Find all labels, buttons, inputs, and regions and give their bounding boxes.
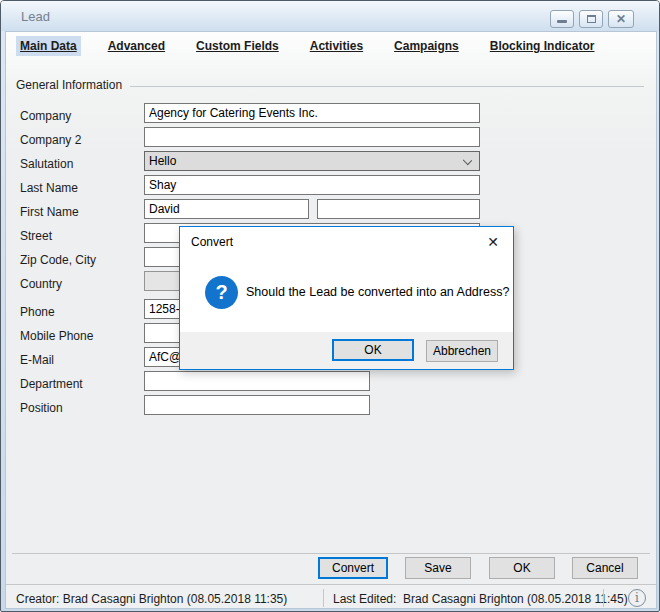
lead-window: Lead ✕ Main Data Advanced Custom Fields … (0, 0, 660, 612)
last-name-label: Last Name (20, 178, 140, 198)
tab-activities[interactable]: Activities (306, 36, 367, 56)
titlebar: Lead ✕ (1, 1, 659, 31)
status-divider (603, 589, 604, 607)
convert-button[interactable]: Convert (318, 557, 388, 579)
company-label: Company (20, 106, 140, 126)
last-edited-status: Last Edited: Brad Casagni Brighton (08.0… (333, 592, 628, 606)
creator-status: Creator: Brad Casagni Brighton (08.05.20… (16, 592, 287, 606)
last-name-input[interactable] (144, 175, 480, 195)
department-input[interactable] (144, 371, 370, 391)
save-button[interactable]: Save (405, 557, 471, 579)
close-icon: ✕ (616, 13, 626, 25)
department-label: Department (20, 374, 140, 394)
tab-advanced[interactable]: Advanced (104, 36, 169, 56)
dialog-message: Should the Lead be converted into an Add… (246, 285, 509, 299)
first-name-label: First Name (20, 202, 140, 222)
ok-button[interactable]: OK (489, 557, 555, 579)
position-label: Position (20, 398, 140, 418)
tab-custom-fields[interactable]: Custom Fields (192, 36, 283, 56)
tab-campaigns[interactable]: Campaigns (390, 36, 463, 56)
zip-city-label: Zip Code, City (20, 250, 140, 270)
minimize-icon (557, 20, 567, 23)
minimize-button[interactable] (550, 10, 574, 28)
tab-strip: Main Data Advanced Custom Fields Activit… (16, 36, 598, 56)
chevron-down-icon (463, 156, 472, 165)
country-label: Country (20, 274, 140, 294)
salutation-label: Salutation (20, 154, 140, 174)
close-button[interactable]: ✕ (608, 10, 634, 28)
window-title: Lead (21, 9, 50, 24)
group-divider (130, 86, 644, 87)
company2-label: Company 2 (20, 130, 140, 150)
email-label: E-Mail (20, 350, 140, 370)
salutation-value: Hello (149, 154, 176, 168)
group-title: General Information (16, 78, 122, 92)
tab-blocking-indicator[interactable]: Blocking Indicator (486, 36, 599, 56)
mobile-phone-label: Mobile Phone (20, 326, 140, 346)
first-name-input[interactable] (144, 199, 309, 219)
salutation-select[interactable]: Hello (144, 151, 480, 171)
maximize-icon (587, 15, 596, 23)
cancel-button[interactable]: Cancel (572, 557, 638, 579)
question-icon: ? (205, 276, 238, 309)
position-input[interactable] (144, 395, 370, 415)
street-label: Street (20, 226, 140, 246)
convert-dialog: Convert ✕ ? Should the Lead be converted… (179, 226, 514, 370)
footer-divider (12, 553, 650, 554)
company2-input[interactable] (144, 127, 480, 147)
status-divider (323, 589, 324, 607)
info-icon[interactable]: i (628, 589, 646, 607)
status-bar: Creator: Brad Casagni Brighton (08.05.20… (6, 584, 656, 608)
dialog-cancel-button[interactable]: Abbrechen (426, 340, 498, 362)
phone-label: Phone (20, 302, 140, 322)
company-input[interactable] (144, 103, 480, 123)
tab-main-data[interactable]: Main Data (16, 36, 81, 56)
middle-name-input[interactable] (317, 199, 480, 219)
dialog-close-icon[interactable]: ✕ (483, 232, 503, 252)
dialog-title: Convert (191, 235, 233, 249)
maximize-button[interactable] (579, 10, 603, 28)
general-information-group: General Information (16, 78, 644, 92)
dialog-ok-button[interactable]: OK (332, 339, 414, 361)
